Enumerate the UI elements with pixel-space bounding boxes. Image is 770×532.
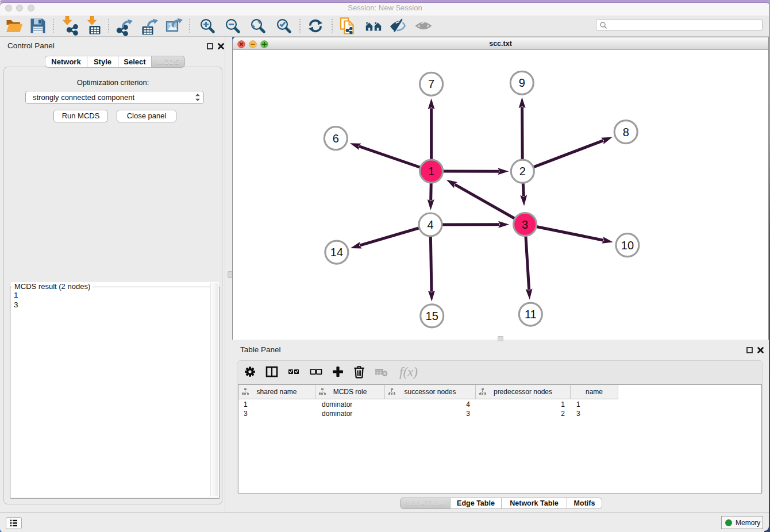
svg-text:14: 14 [330,246,343,259]
svg-text:f(x): f(x) [399,365,418,379]
svg-text:2: 2 [519,165,526,178]
svg-text:6: 6 [333,132,339,145]
svg-text:7: 7 [428,78,434,90]
svg-text:4: 4 [427,218,433,231]
svg-text:15: 15 [426,310,438,322]
svg-text:9: 9 [519,76,525,89]
svg-text:1: 1 [428,165,434,178]
svg-text:10: 10 [621,239,634,252]
svg-text:3: 3 [522,218,528,231]
svg-text:11: 11 [525,308,537,321]
svg-text:8: 8 [623,126,629,138]
